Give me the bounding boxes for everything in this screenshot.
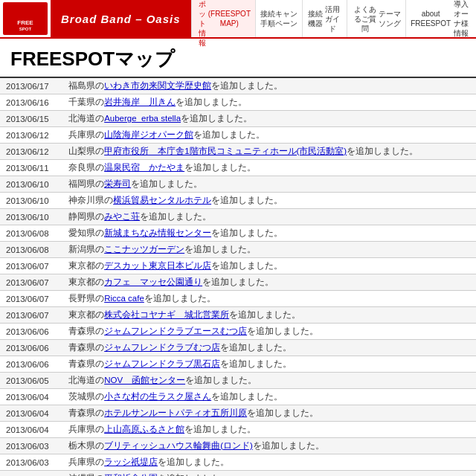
entry-link[interactable]: ブリティッシュハウス輪舞曲(ロンド) xyxy=(104,441,253,450)
entry-suffix: を追加しました。 xyxy=(211,81,283,90)
nav-devices[interactable]: 接続機器 活用ガイド xyxy=(302,0,347,37)
entry-content: 沖縄県の平和祈念公園を追加しました。 xyxy=(62,471,476,477)
entry-link[interactable]: ホテルサンルートパティオ五所川原 xyxy=(104,408,247,417)
entry-prefix: 山梨県の xyxy=(68,147,104,155)
table-row: 2013/06/16千葉県の岩井海岸 川きんを追加しました。 xyxy=(0,94,476,111)
table-row: 2013/06/04青森県のホテルサンルートパティオ五所川原を追加しました。 xyxy=(0,405,476,422)
entry-suffix: を追加しました。 xyxy=(193,130,265,139)
entry-link[interactable]: ジャムフレンドクラブ黒石店 xyxy=(104,359,220,368)
table-row: 2013/06/07東京都のカフェ マッセ公園通りを追加しました。 xyxy=(0,274,476,291)
entry-date: 2013/06/15 xyxy=(0,111,62,127)
entry-suffix: を追加しました。 xyxy=(181,114,252,123)
entry-prefix: 茨城県の xyxy=(68,392,104,401)
nav-connect[interactable]: 接続手順 キャンペーン xyxy=(255,0,303,37)
entry-link[interactable]: ラッシ祇堤店 xyxy=(104,457,158,466)
entry-content: 静岡県のみやこ荘を追加しました。 xyxy=(62,209,476,225)
entry-prefix: 兵庫県の xyxy=(68,425,104,434)
entry-date: 2013/06/16 xyxy=(0,94,62,111)
table-row: 2013/06/17福島県のいわき市勿来関文学歴史館を追加しました。 xyxy=(0,78,476,94)
entry-prefix: 新潟県の xyxy=(68,245,104,254)
entry-link[interactable]: Ricca cafe xyxy=(104,294,144,303)
entry-link[interactable]: NOV 函館センター xyxy=(104,376,185,385)
table-row: 2013/06/04茨城県の小さな村の生ラスク屋さんを追加しました。 xyxy=(0,389,476,405)
entry-link[interactable]: 株式会社コヤナギ 城北営業所 xyxy=(104,310,229,319)
entry-prefix: 千葉県の xyxy=(68,97,104,106)
entry-date: 2013/06/07 xyxy=(0,274,62,291)
entry-prefix: 青森県の xyxy=(68,408,104,417)
entry-link[interactable]: 横浜貿易センタルホテル xyxy=(113,196,211,205)
entry-prefix: 長野県の xyxy=(68,294,104,303)
page-title: FREESPOTマップ xyxy=(10,46,466,72)
entry-link[interactable]: ジャムフレンドクラブむつ店 xyxy=(104,343,220,352)
nav-faq[interactable]: よくあるご質問 テーマソング xyxy=(347,0,405,37)
entry-suffix: を追加しました。 xyxy=(184,163,256,172)
entry-date: 2013/06/04 xyxy=(0,405,62,422)
entry-prefix: 東京都の xyxy=(68,277,104,286)
entry-content: 栃木県のブリティッシュハウス輪舞曲(ロンド)を追加しました。 xyxy=(62,438,476,454)
nav-faq-line1: よくあるご質問 xyxy=(352,4,378,33)
entry-date: 2013/06/07 xyxy=(0,307,62,324)
entry-prefix: 兵庫県の xyxy=(68,457,104,466)
table-row: 2013/06/15北海道のAuberge_erba stellaを追加しました… xyxy=(0,111,476,127)
entry-suffix: を追加しました。 xyxy=(211,228,283,237)
entry-link[interactable]: ここナッツガーデン xyxy=(104,245,184,254)
table-row: 2013/06/08愛知県の新城まちなみ情報センターを追加しました。 xyxy=(0,225,476,242)
entry-prefix: 静岡県の xyxy=(68,212,104,221)
entry-link[interactable]: Auberge_erba stella xyxy=(104,114,181,123)
entry-link[interactable]: 小さな村の生ラスク屋さん xyxy=(104,392,211,401)
entry-link[interactable]: 山陰海岸ジオパーク館 xyxy=(104,130,193,139)
entry-link[interactable]: 岩井海岸 川きん xyxy=(104,97,176,106)
entry-suffix: を追加しました。 xyxy=(140,212,211,221)
entry-content: 福岡県の栄寿司を追加しました。 xyxy=(62,176,476,193)
entry-date: 2013/06/08 xyxy=(0,242,62,258)
entry-suffix: を追加しました。 xyxy=(184,425,256,434)
entry-content: 長野県のRicca cafeを追加しました。 xyxy=(62,291,476,307)
entry-date: 2013/06/06 xyxy=(0,340,62,356)
entry-prefix: 東京都の xyxy=(68,261,104,270)
entry-content: 千葉県の岩井海岸 川きんを追加しました。 xyxy=(62,94,476,111)
entry-date: 2013/06/12 xyxy=(0,127,62,144)
entry-link[interactable]: カフェ マッセ公園通り xyxy=(104,277,202,286)
table-row: 2013/06/12兵庫県の山陰海岸ジオパーク館を追加しました。 xyxy=(0,127,476,144)
entry-link[interactable]: 栄寿司 xyxy=(104,179,131,188)
entry-content: 青森県のホテルサンルートパティオ五所川原を追加しました。 xyxy=(62,405,476,422)
entry-prefix: 兵庫県の xyxy=(68,130,104,139)
table-row: 2013/06/07東京都の株式会社コヤナギ 城北営業所を追加しました。 xyxy=(0,307,476,324)
entry-date: 2013/06/07 xyxy=(0,258,62,274)
nav-spot-info-line2: (FREESPOT MAP) xyxy=(208,9,251,28)
entry-suffix: を追加しました。 xyxy=(347,147,418,155)
entry-link[interactable]: 温泉民宿 かたやま xyxy=(104,163,184,172)
nav-about-line1: about FREESPOT xyxy=(411,9,451,28)
nav-about[interactable]: about FREESPOT 導入オーナ様情報 xyxy=(405,0,476,37)
entry-prefix: 福岡県の xyxy=(68,179,104,188)
entry-link[interactable]: 上山高原ふるさと館 xyxy=(104,425,184,434)
entry-date: 2013/06/06 xyxy=(0,356,62,373)
entry-link[interactable]: デスカット東京日本ビル店 xyxy=(104,261,211,270)
entry-date: 2013/06/07 xyxy=(0,291,62,307)
entry-date: 2013/06/10 xyxy=(0,209,62,225)
entry-content: 福島県のいわき市勿来関文学歴史館を追加しました。 xyxy=(62,78,476,94)
table-row: 2013/06/07長野県のRicca cafeを追加しました。 xyxy=(0,291,476,307)
table-row: 2013/06/03兵庫県のラッシ祇堤店を追加しました。 xyxy=(0,454,476,471)
entry-content: 東京都の株式会社コヤナギ 城北営業所を追加しました。 xyxy=(62,307,476,324)
entry-suffix: を追加しました。 xyxy=(184,245,256,254)
entry-date: 2013/06/03 xyxy=(0,454,62,471)
map-table-body: 2013/06/17福島県のいわき市勿来関文学歴史館を追加しました。2013/0… xyxy=(0,78,476,476)
entry-content: 神奈川県の横浜貿易センタルホテルを追加しました。 xyxy=(62,193,476,209)
entry-content: 青森県のジャムフレンドクラブ黒石店を追加しました。 xyxy=(62,356,476,373)
entry-link[interactable]: 新城まちなみ情報センター xyxy=(104,228,211,237)
entry-link[interactable]: みやこ荘 xyxy=(104,212,140,221)
entry-prefix: 青森県の xyxy=(68,343,104,352)
entry-prefix: 神奈川県の xyxy=(68,196,113,205)
entry-suffix: を追加しました。 xyxy=(144,294,216,303)
entry-link[interactable]: ジャムフレンドクラブエースむつ店 xyxy=(104,327,247,335)
entry-content: 兵庫県の上山高原ふるさと館を追加しました。 xyxy=(62,422,476,438)
entry-prefix: 北海道の xyxy=(68,114,104,123)
entry-link[interactable]: いわき市勿来関文学歴史館 xyxy=(104,81,211,90)
entry-prefix: 愛知県の xyxy=(68,228,104,237)
entry-date: 2013/06/02 xyxy=(0,471,62,477)
entry-content: 茨城県の小さな村の生ラスク屋さんを追加しました。 xyxy=(62,389,476,405)
nav-spot-info[interactable]: スポット情報 (FREESPOT MAP) xyxy=(191,0,255,37)
entry-link[interactable]: 甲府市役所 本庁舎1階市民コミュニティホール(市民活動室) xyxy=(104,147,347,155)
entry-content: 東京都のデスカット東京日本ビル店を追加しました。 xyxy=(62,258,476,274)
